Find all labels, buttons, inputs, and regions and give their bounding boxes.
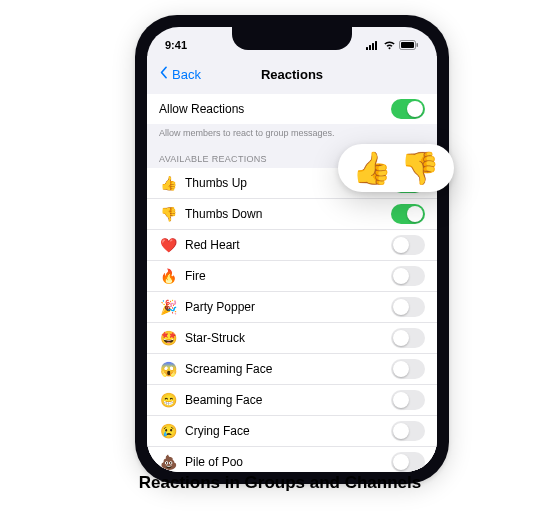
allow-reactions-toggle[interactable]	[391, 99, 425, 119]
reaction-label: Fire	[185, 269, 391, 283]
reaction-toggle[interactable]	[391, 452, 425, 472]
svg-rect-0	[366, 47, 368, 50]
back-label: Back	[172, 67, 201, 82]
reaction-row: 🎉Party Popper	[147, 291, 437, 322]
signal-icon	[366, 40, 380, 50]
thumbs-down-icon: 👎	[400, 152, 440, 184]
thumbs-up-icon: 👍	[352, 152, 392, 184]
reaction-list: 👍Thumbs Up👎Thumbs Down❤️Red Heart🔥Fire🎉P…	[147, 168, 437, 472]
reaction-label: Crying Face	[185, 424, 391, 438]
chevron-left-icon	[157, 66, 170, 82]
reaction-emoji: 👎	[159, 207, 177, 221]
allow-reactions-label: Allow Reactions	[159, 102, 391, 116]
notch	[232, 27, 352, 50]
reaction-row: 👎Thumbs Down	[147, 198, 437, 229]
reaction-label: Party Popper	[185, 300, 391, 314]
reaction-toggle[interactable]	[391, 266, 425, 286]
back-button[interactable]: Back	[157, 66, 201, 82]
reaction-row: 😁Beaming Face	[147, 384, 437, 415]
caption: Reactions in Groups and Channels	[0, 473, 560, 493]
reaction-row: 😢Crying Face	[147, 415, 437, 446]
reaction-toggle[interactable]	[391, 328, 425, 348]
phone-frame: 9:41 Bac	[135, 15, 449, 484]
reaction-label: Star-Struck	[185, 331, 391, 345]
reaction-row: 🤩Star-Struck	[147, 322, 437, 353]
reaction-toggle[interactable]	[391, 421, 425, 441]
reaction-toggle[interactable]	[391, 235, 425, 255]
nav-bar: Back Reactions	[147, 56, 437, 92]
reaction-label: Beaming Face	[185, 393, 391, 407]
reaction-popover: 👍 👎	[338, 144, 454, 192]
reaction-toggle[interactable]	[391, 390, 425, 410]
screen: 9:41 Bac	[147, 27, 437, 472]
svg-rect-5	[401, 42, 414, 48]
reaction-emoji: 💩	[159, 455, 177, 469]
svg-rect-3	[375, 41, 377, 50]
reaction-row: ❤️Red Heart	[147, 229, 437, 260]
reaction-emoji: 🎉	[159, 300, 177, 314]
reaction-toggle[interactable]	[391, 297, 425, 317]
reaction-row: 🔥Fire	[147, 260, 437, 291]
svg-rect-2	[372, 43, 374, 50]
status-time: 9:41	[165, 39, 187, 51]
reaction-label: Thumbs Down	[185, 207, 391, 221]
battery-icon	[399, 40, 419, 50]
reaction-row: 💩Pile of Poo	[147, 446, 437, 472]
reaction-emoji: 😱	[159, 362, 177, 376]
reaction-label: Screaming Face	[185, 362, 391, 376]
allow-reactions-row: Allow Reactions	[147, 94, 437, 124]
reaction-emoji: 👍	[159, 176, 177, 190]
reaction-row: 😱Screaming Face	[147, 353, 437, 384]
reaction-emoji: 😁	[159, 393, 177, 407]
svg-rect-6	[417, 43, 419, 47]
svg-rect-1	[369, 45, 371, 50]
reaction-emoji: 🤩	[159, 331, 177, 345]
reaction-toggle[interactable]	[391, 204, 425, 224]
reaction-emoji: 😢	[159, 424, 177, 438]
wifi-icon	[383, 40, 396, 50]
reaction-emoji: ❤️	[159, 238, 177, 252]
reaction-toggle[interactable]	[391, 359, 425, 379]
reaction-emoji: 🔥	[159, 269, 177, 283]
reaction-label: Red Heart	[185, 238, 391, 252]
reaction-label: Pile of Poo	[185, 455, 391, 469]
